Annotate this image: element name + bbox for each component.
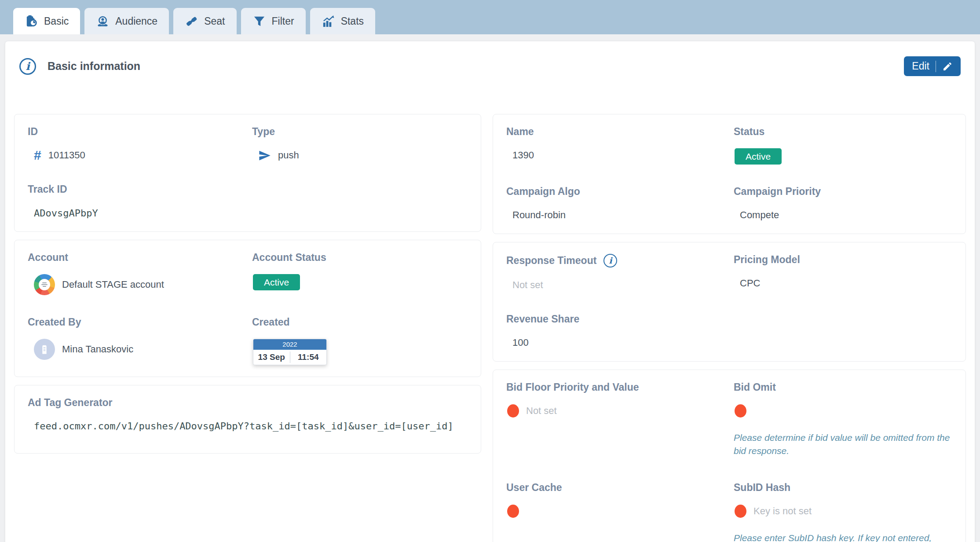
account-label: Account bbox=[28, 252, 243, 264]
tab-audience-label: Audience bbox=[115, 15, 157, 27]
type-value: push bbox=[278, 150, 299, 161]
identity-card: ID # 1011350 Type push bbox=[14, 114, 481, 232]
tab-basic[interactable]: Basic bbox=[13, 8, 80, 34]
type-label: Type bbox=[252, 126, 468, 138]
field-user-cache: User Cache bbox=[506, 482, 725, 542]
tab-filter-label: Filter bbox=[272, 15, 294, 27]
ad-tag-card: Ad Tag Generator feed.ocmxr.com/v1/pushe… bbox=[14, 385, 481, 454]
info-icon: i bbox=[19, 58, 36, 75]
name-value: 1390 bbox=[506, 148, 725, 162]
date-chip-year: 2022 bbox=[253, 339, 326, 350]
created-date-chip: 2022 13 Sep 11:54 bbox=[253, 339, 327, 365]
field-account: Account Default STAGE account bbox=[28, 252, 243, 295]
bid-omit-note: Please determine if bid value will be om… bbox=[734, 431, 952, 458]
filter-icon bbox=[252, 15, 266, 28]
response-timeout-label: Response Timeout bbox=[506, 255, 596, 267]
clipboard-timer-icon bbox=[25, 15, 38, 28]
campaign-algo-value: Round-robin bbox=[506, 208, 725, 222]
status-badge: Active bbox=[735, 148, 782, 165]
field-created-by: Created By Mina Tanaskovic bbox=[28, 316, 243, 365]
subid-hash-note: Please enter SubID hash key. If key not … bbox=[734, 531, 952, 542]
pricing-model-label: Pricing Model bbox=[734, 254, 952, 266]
pencil-icon bbox=[942, 61, 953, 72]
campaign-priority-value: Compete bbox=[734, 208, 952, 222]
tab-basic-label: Basic bbox=[44, 15, 69, 27]
red-status-dot bbox=[507, 404, 519, 417]
tab-filter[interactable]: Filter bbox=[241, 8, 306, 34]
pricing-model-value: CPC bbox=[734, 276, 952, 290]
info-icon[interactable]: i bbox=[603, 254, 617, 267]
bid-floor-value: Not set bbox=[526, 405, 557, 417]
red-status-dot bbox=[735, 505, 746, 518]
date-chip-date: 13 Sep bbox=[253, 350, 290, 365]
field-account-status: Account Status Active bbox=[252, 252, 468, 295]
field-created: Created 2022 13 Sep 11:54 bbox=[252, 316, 468, 365]
field-response-timeout: Response Timeout i Not set bbox=[506, 254, 725, 292]
red-status-dot bbox=[735, 404, 746, 417]
account-card: Account Default STAGE account Account St… bbox=[14, 240, 481, 377]
status-badge: Active bbox=[253, 274, 300, 290]
subid-hash-value: Key is not set bbox=[753, 505, 812, 517]
edit-button-label: Edit bbox=[912, 60, 929, 72]
field-id: ID # 1011350 bbox=[28, 126, 243, 162]
edit-button[interactable]: Edit bbox=[904, 56, 961, 76]
status-label: Status bbox=[734, 126, 952, 138]
response-timeout-value: Not set bbox=[506, 278, 725, 292]
bid-floor-label: Bid Floor Priority and Value bbox=[506, 381, 725, 393]
account-value: Default STAGE account bbox=[62, 279, 164, 290]
id-label: ID bbox=[28, 126, 243, 138]
field-track-id: Track ID ADovsgAPbpY bbox=[28, 183, 243, 220]
field-pricing-model: Pricing Model CPC bbox=[734, 254, 952, 292]
date-chip-time: 11:54 bbox=[290, 350, 327, 365]
field-type: Type push bbox=[252, 126, 468, 162]
field-revenue-share: Revenue Share 100 bbox=[506, 313, 725, 350]
tab-stats-label: Stats bbox=[341, 15, 364, 27]
tab-seat-label: Seat bbox=[204, 15, 225, 27]
tab-audience[interactable]: Audience bbox=[84, 8, 169, 34]
campaign-card: Name 1390 Status Active Campaign Algo Ro… bbox=[493, 114, 966, 234]
seat-icon bbox=[185, 15, 198, 28]
field-bid-omit: Bid Omit Please determine if bid value w… bbox=[734, 381, 952, 458]
paper-plane-icon bbox=[258, 149, 271, 162]
bidding-card: Bid Floor Priority and Value Not set Bid… bbox=[493, 370, 966, 542]
ad-tag-value: feed.ocmxr.com/v1/pushes/ADovsgAPbpY?tas… bbox=[28, 419, 468, 433]
field-ad-tag: Ad Tag Generator feed.ocmxr.com/v1/pushe… bbox=[28, 397, 468, 433]
user-avatar bbox=[34, 339, 55, 360]
campaign-priority-label: Campaign Priority bbox=[734, 186, 952, 198]
field-subid-hash: SubID Hash Key is not set Please enter S… bbox=[734, 482, 952, 542]
revenue-share-value: 100 bbox=[506, 336, 725, 350]
field-name: Name 1390 bbox=[506, 126, 725, 165]
revenue-share-label: Revenue Share bbox=[506, 313, 725, 325]
track-id-value: ADovsgAPbpY bbox=[28, 206, 243, 220]
track-id-label: Track ID bbox=[28, 183, 243, 195]
campaign-algo-label: Campaign Algo bbox=[506, 186, 725, 198]
user-cache-label: User Cache bbox=[506, 482, 725, 494]
bid-omit-label: Bid Omit bbox=[734, 381, 952, 393]
pricing-card: Response Timeout i Not set Pricing Model… bbox=[493, 242, 966, 362]
basic-information-panel: i Basic information Edit ID # 1011350 bbox=[5, 41, 975, 542]
red-status-dot bbox=[507, 505, 519, 518]
field-campaign-algo: Campaign Algo Round-robin bbox=[506, 186, 725, 222]
account-logo-avatar bbox=[34, 274, 55, 295]
page-title: Basic information bbox=[48, 60, 140, 73]
ad-tag-label: Ad Tag Generator bbox=[28, 397, 468, 409]
field-bid-floor: Bid Floor Priority and Value Not set bbox=[506, 381, 725, 458]
field-campaign-priority: Campaign Priority Compete bbox=[734, 186, 952, 222]
id-value: 1011350 bbox=[48, 150, 85, 161]
account-status-label: Account Status bbox=[252, 252, 468, 264]
created-label: Created bbox=[252, 316, 468, 328]
tab-bar: Basic Audience Seat bbox=[0, 0, 980, 34]
button-divider bbox=[936, 61, 936, 72]
tab-seat[interactable]: Seat bbox=[173, 8, 236, 34]
hash-icon: # bbox=[34, 149, 41, 162]
subid-hash-label: SubID Hash bbox=[734, 482, 952, 494]
name-label: Name bbox=[506, 126, 725, 138]
stats-chart-icon bbox=[322, 15, 335, 28]
field-status: Status Active bbox=[734, 126, 952, 165]
tab-stats[interactable]: Stats bbox=[310, 8, 375, 34]
created-by-label: Created By bbox=[28, 316, 243, 328]
audience-icon bbox=[96, 15, 110, 28]
created-by-value: Mina Tanaskovic bbox=[62, 344, 133, 355]
panel-header: i Basic information Edit bbox=[13, 56, 967, 76]
